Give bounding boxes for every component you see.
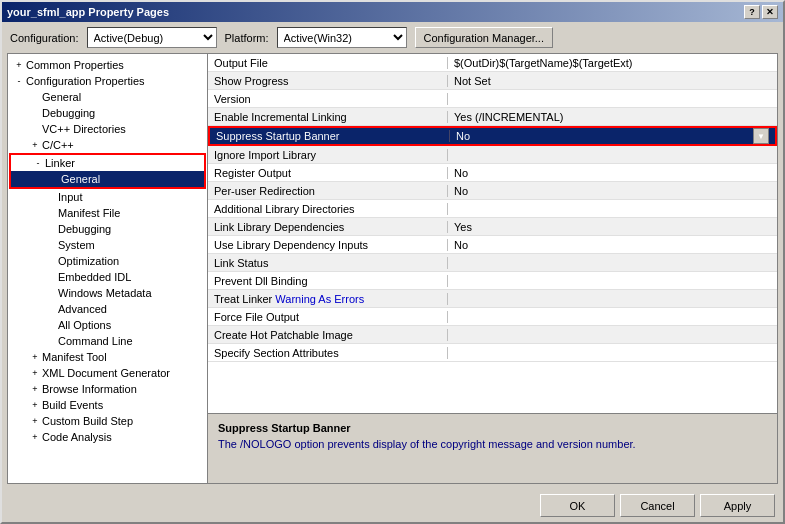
table-row: Ignore Import Library xyxy=(208,146,777,164)
tree-item-vc-dirs[interactable]: VC++ Directories xyxy=(8,121,207,137)
prop-value-suppress-banner: No ▼ xyxy=(450,128,775,144)
tree-label-general: General xyxy=(42,91,81,103)
apply-button[interactable]: Apply xyxy=(700,494,775,517)
toolbar: Configuration: Active(Debug) Platform: A… xyxy=(2,22,783,53)
prop-name-link-status: Link Status xyxy=(208,257,448,269)
prop-value-register-output: No xyxy=(448,167,777,179)
cancel-button[interactable]: Cancel xyxy=(620,494,695,517)
table-row: Link Status xyxy=(208,254,777,272)
expand-icon-linker-debugging xyxy=(44,221,58,237)
tree-item-linker[interactable]: - Linker xyxy=(11,155,204,171)
tree-item-linker-manifest[interactable]: Manifest File xyxy=(8,205,207,221)
prop-name-suppress-banner: Suppress Startup Banner xyxy=(210,130,450,142)
expand-icon-cpp: + xyxy=(28,137,42,153)
tree-item-linker-input[interactable]: Input xyxy=(8,189,207,205)
tree-label-linker-general: General xyxy=(61,173,100,185)
help-btn[interactable]: ? xyxy=(744,5,760,19)
platform-select[interactable]: Active(Win32) xyxy=(277,27,407,48)
expand-icon-linker-input xyxy=(44,189,58,205)
tree-item-custom-build[interactable]: + Custom Build Step xyxy=(8,413,207,429)
tree-label-cpp: C/C++ xyxy=(42,139,74,151)
expand-icon-linker-embedded-idl xyxy=(44,269,58,285)
tree-item-xml-doc-gen[interactable]: + XML Document Generator xyxy=(8,365,207,381)
expand-icon-build-events: + xyxy=(28,397,42,413)
prop-name-treat-linker-warning: Treat Linker Warning As Errors xyxy=(208,293,448,305)
expand-icon-config: - xyxy=(12,73,26,89)
description-text: The /NOLOGO option prevents display of t… xyxy=(218,438,767,450)
tree-label-linker-windows-metadata: Windows Metadata xyxy=(58,287,152,299)
prop-text-show-progress: Not Set xyxy=(454,75,771,87)
table-row: Version xyxy=(208,90,777,108)
tree-item-manifest-tool[interactable]: + Manifest Tool xyxy=(8,349,207,365)
expand-icon-linker-general xyxy=(47,171,61,187)
tree-item-linker-system[interactable]: System xyxy=(8,237,207,253)
tree-item-code-analysis[interactable]: + Code Analysis xyxy=(8,429,207,445)
table-row-suppress-banner[interactable]: Suppress Startup Banner No ▼ xyxy=(208,126,777,146)
tree-item-browse-info[interactable]: + Browse Information xyxy=(8,381,207,397)
tree-label-linker-input: Input xyxy=(58,191,82,203)
table-row: Prevent Dll Binding xyxy=(208,272,777,290)
titlebar-buttons: ? ✕ xyxy=(744,5,778,19)
prop-value-link-lib-deps: Yes xyxy=(448,221,777,233)
expand-icon-linker-manifest xyxy=(44,205,58,221)
tree-item-common-props[interactable]: + Common Properties xyxy=(8,57,207,73)
tree-item-linker-embedded-idl[interactable]: Embedded IDL xyxy=(8,269,207,285)
prop-name-show-progress: Show Progress xyxy=(208,75,448,87)
tree-item-linker-general[interactable]: General xyxy=(11,171,204,187)
prop-name-prevent-dll: Prevent Dll Binding xyxy=(208,275,448,287)
tree-item-general[interactable]: General xyxy=(8,89,207,105)
tree-label-build-events: Build Events xyxy=(42,399,103,411)
close-btn[interactable]: ✕ xyxy=(762,5,778,19)
tree-item-cpp[interactable]: + C/C++ xyxy=(8,137,207,153)
expand-icon-linker: - xyxy=(31,155,45,171)
tree-item-debugging[interactable]: Debugging xyxy=(8,105,207,121)
prop-name-per-user-redir: Per-user Redirection xyxy=(208,185,448,197)
tree-label-custom-build: Custom Build Step xyxy=(42,415,133,427)
table-row: Register Output No xyxy=(208,164,777,182)
prop-value-incremental: Yes (/INCREMENTAL) xyxy=(448,111,777,123)
table-row: Additional Library Directories xyxy=(208,200,777,218)
properties-table: Output File $(OutDir)$(TargetName)$(Targ… xyxy=(208,54,777,413)
config-label: Configuration: xyxy=(10,32,79,44)
tree-item-build-events[interactable]: + Build Events xyxy=(8,397,207,413)
table-row: Link Library Dependencies Yes xyxy=(208,218,777,236)
main-area: + Common Properties - Configuration Prop… xyxy=(7,53,778,484)
tree-item-linker-advanced[interactable]: Advanced xyxy=(8,301,207,317)
right-panel: Output File $(OutDir)$(TargetName)$(Targ… xyxy=(208,54,777,483)
tree-item-linker-windows-metadata[interactable]: Windows Metadata xyxy=(8,285,207,301)
expand-icon-linker-advanced xyxy=(44,301,58,317)
prop-text-link-lib-deps: Yes xyxy=(454,221,771,233)
prop-name-incremental: Enable Incremental Linking xyxy=(208,111,448,123)
expand-icon-general xyxy=(28,89,42,105)
table-row: Output File $(OutDir)$(TargetName)$(Targ… xyxy=(208,54,777,72)
tree-label-code-analysis: Code Analysis xyxy=(42,431,112,443)
table-row: Treat Linker Warning As Errors xyxy=(208,290,777,308)
tree-item-linker-all-options[interactable]: All Options xyxy=(8,317,207,333)
platform-label: Platform: xyxy=(225,32,269,44)
config-manager-btn[interactable]: Configuration Manager... xyxy=(415,27,553,48)
config-select[interactable]: Active(Debug) xyxy=(87,27,217,48)
tree-item-linker-optimization[interactable]: Optimization xyxy=(8,253,207,269)
dropdown-arrow-suppress-banner[interactable]: ▼ xyxy=(753,128,769,144)
tree-item-config-props[interactable]: - Configuration Properties xyxy=(8,73,207,89)
ok-button[interactable]: OK xyxy=(540,494,615,517)
prop-name-force-file-output: Force File Output xyxy=(208,311,448,323)
tree-label-browse-info: Browse Information xyxy=(42,383,137,395)
tree-item-linker-debugging[interactable]: Debugging xyxy=(8,221,207,237)
expand-icon-common: + xyxy=(12,57,26,73)
window-title: your_sfml_app Property Pages xyxy=(7,6,169,18)
bottom-buttons: OK Cancel Apply xyxy=(2,489,783,522)
tree-label-linker-optimization: Optimization xyxy=(58,255,119,267)
prop-name-use-lib-dep-inputs: Use Library Dependency Inputs xyxy=(208,239,448,251)
prop-name-ignore-import: Ignore Import Library xyxy=(208,149,448,161)
tree-label-linker-debugging: Debugging xyxy=(58,223,111,235)
description-title: Suppress Startup Banner xyxy=(218,422,767,434)
tree-item-linker-command-line[interactable]: Command Line xyxy=(8,333,207,349)
tree-label-debugging: Debugging xyxy=(42,107,95,119)
prop-name-add-lib-dirs: Additional Library Directories xyxy=(208,203,448,215)
prop-text-output-file: $(OutDir)$(TargetName)$(TargetExt) xyxy=(454,57,771,69)
prop-name-output-file: Output File xyxy=(208,57,448,69)
tree-label-linker: Linker xyxy=(45,157,75,169)
tree-label-linker-manifest: Manifest File xyxy=(58,207,120,219)
prop-value-use-lib-dep-inputs: No xyxy=(448,239,777,251)
